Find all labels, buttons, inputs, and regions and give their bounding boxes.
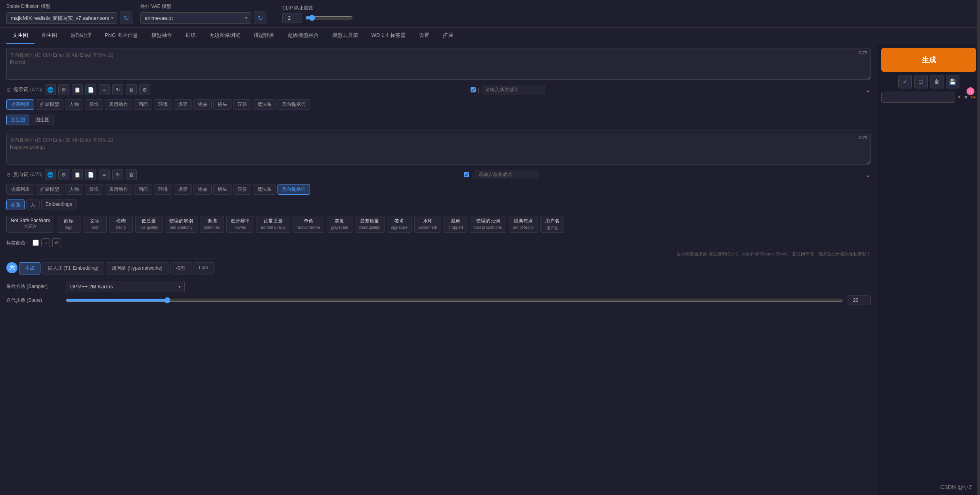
steps-input[interactable] — [847, 295, 871, 305]
neg-cat-picture[interactable]: 画面 — [134, 184, 152, 195]
neg-cat-person[interactable]: 人物 — [65, 184, 83, 195]
neg-cat-items[interactable]: 物品 — [193, 184, 212, 195]
cat-scene[interactable]: 场景 — [174, 99, 192, 110]
bottom-tab-model[interactable]: 模型 — [170, 262, 191, 274]
neg-cat-magic[interactable]: 魔法系 — [253, 184, 276, 195]
clear-prompt-btn[interactable]: 🗑 — [126, 84, 137, 95]
sub-img2img[interactable]: 图生图 — [31, 115, 54, 125]
neg-cat-hanfu[interactable]: 汉服 — [233, 184, 251, 195]
neg-paste-btn[interactable]: 📄 — [85, 169, 96, 180]
cat-favorites[interactable]: 收藏列表 — [6, 99, 34, 110]
bottom-tab-embedding[interactable]: 嵌入式 (T.I. Embedding) — [42, 262, 104, 274]
neg-cat-favorites[interactable]: 收藏列表 — [6, 184, 34, 195]
vae-select[interactable]: animevae.pt — [140, 12, 251, 24]
steps-slider[interactable] — [66, 297, 843, 303]
neg-gear-btn[interactable]: ⚙ — [58, 169, 69, 180]
bottom-tab-lora[interactable]: Lora — [193, 262, 214, 274]
square-btn[interactable]: □ — [914, 75, 928, 88]
tag-logo[interactable]: 商标 logo — [57, 216, 80, 233]
cat-magic[interactable]: 魔法系 — [253, 99, 276, 110]
expand-positive-btn[interactable]: ⌄ — [865, 86, 871, 94]
keyword-checkbox[interactable] — [471, 87, 476, 92]
cat-ext-model[interactable]: 扩展模型 — [36, 99, 63, 110]
model-refresh-button[interactable]: ↻ — [120, 12, 132, 24]
keyword-input[interactable] — [482, 85, 545, 94]
clip-value-input[interactable] — [282, 13, 302, 23]
sub-txt2img[interactable]: 文生图 — [6, 115, 29, 125]
tab-super-merge[interactable]: 超级模型融合 — [281, 28, 325, 44]
color-circle-btn[interactable]: ○ — [41, 238, 50, 247]
color-tag-btn[interactable]: 🏷 — [52, 238, 61, 247]
clip-slider[interactable] — [305, 15, 353, 21]
trash-right-btn[interactable]: 🗑 — [930, 75, 944, 88]
tag-lowres[interactable]: 低分辨率 lowres — [226, 216, 254, 233]
tag-normal-quality[interactable]: 正常质量 normal quality — [256, 216, 290, 233]
bottom-tab-hypernetworks[interactable]: 超网络 (Hypernetworks) — [106, 262, 168, 274]
sampler-select[interactable]: DPM++ 2M Karras — [66, 281, 185, 292]
neg-sub-person[interactable]: 人 — [26, 200, 40, 210]
tag-sketches[interactable]: 素描 sketches — [200, 216, 224, 233]
tab-train[interactable]: 训练 — [179, 28, 202, 44]
tab-txt2img[interactable]: 文生图 — [6, 28, 34, 44]
neg-copy-btn[interactable]: 📋 — [72, 169, 83, 180]
positive-prompt-textarea[interactable] — [6, 48, 871, 80]
tab-png-info[interactable]: PNG 图片信息 — [98, 28, 144, 44]
neg-clear-btn[interactable]: 🗑 — [126, 169, 137, 180]
paste-btn[interactable]: 📄 — [85, 84, 96, 95]
tab-settings[interactable]: 设置 — [413, 28, 436, 44]
tab-wd-tagger[interactable]: WD 1.4 标签器 — [365, 28, 412, 44]
right-clear-btn[interactable]: × — [957, 94, 961, 101]
cat-negative-prompt[interactable]: 反向提示词 — [278, 99, 310, 110]
neg-refresh-btn[interactable]: ↻ — [112, 169, 123, 180]
tag-bad-anatomy[interactable]: 错误的解剖 bad anatomy — [165, 216, 197, 233]
gear-btn[interactable]: ⚙ — [58, 84, 69, 95]
tab-post-processing[interactable]: 后期处理 — [64, 28, 98, 44]
tag-worstquality[interactable]: 最差质量 worstquality — [355, 216, 385, 233]
settings-prompt-btn[interactable]: ⚙ — [139, 84, 150, 95]
neg-sub-picture[interactable]: 画面 — [6, 200, 25, 210]
refresh-prompt-btn[interactable]: ↻ — [112, 84, 123, 95]
save-btn[interactable]: 💾 — [946, 75, 959, 88]
tab-model-convert[interactable]: 模型转换 — [247, 28, 281, 44]
cat-clothing[interactable]: 服饰 — [85, 99, 103, 110]
tab-image-browse[interactable]: 无边图像浏览 — [203, 28, 247, 44]
model-select[interactable]: majicMIX realistic 麦橘写实_v7.safetensors — [6, 12, 117, 24]
bottom-tab-generate[interactable]: 生成 — [19, 262, 40, 274]
tab-img2img[interactable]: 图生图 — [35, 28, 63, 44]
cat-items[interactable]: 物品 — [193, 99, 212, 110]
tag-blurry[interactable]: 模糊 blurry — [109, 216, 133, 233]
cat-picture[interactable]: 画面 — [134, 99, 152, 110]
tag-lowquality[interactable]: 低质量 low quality — [135, 216, 163, 233]
expand-negative-btn[interactable]: ⌄ — [865, 171, 871, 178]
tag-grayscale[interactable]: 灰度 grayscale — [327, 216, 352, 233]
neg-cat-emotion[interactable]: 表情动作 — [105, 184, 132, 195]
list-btn[interactable]: ≡ — [99, 84, 110, 95]
cat-person[interactable]: 人物 — [65, 99, 83, 110]
globe-btn[interactable]: 🌐 — [45, 84, 56, 95]
tag-text[interactable]: 文字 text — [83, 216, 107, 233]
cat-hanfu[interactable]: 汉服 — [233, 99, 251, 110]
tab-extensions[interactable]: 扩展 — [436, 28, 459, 44]
neg-keyword-checkbox[interactable] — [464, 172, 469, 177]
neg-sub-embeddings[interactable]: Embeddings — [41, 200, 77, 210]
cat-lens[interactable]: 镜头 — [213, 99, 232, 110]
vae-refresh-button[interactable]: ↻ — [254, 12, 266, 24]
tag-signature[interactable]: 签名 signature — [387, 216, 412, 233]
neg-cat-env[interactable]: 环境 — [154, 184, 172, 195]
copy-btn[interactable]: 📋 — [72, 84, 83, 95]
neg-cat-scene[interactable]: 场景 — [174, 184, 192, 195]
generate-button[interactable]: 生成 — [881, 48, 976, 72]
right-search-input[interactable] — [881, 92, 955, 103]
tab-model-tools[interactable]: 模型工具箱 — [326, 28, 364, 44]
cat-emotion[interactable]: 表情动作 — [105, 99, 132, 110]
neg-keyword-input[interactable] — [475, 170, 538, 179]
neg-cat-negative[interactable]: 反向提示词 — [278, 184, 310, 195]
neg-globe-btn[interactable]: 🌐 — [45, 169, 56, 180]
neg-cat-clothing[interactable]: 服饰 — [85, 184, 103, 195]
neg-list-btn[interactable]: ≡ — [99, 169, 110, 180]
tag-out-of-focus[interactable]: 脱离焦点 out of focus — [509, 216, 538, 233]
tag-cropped[interactable]: 裁剪 cropped — [444, 216, 467, 233]
tag-monochrome[interactable]: 单色 monochrome — [293, 216, 324, 233]
color-swatch-white[interactable] — [33, 240, 39, 246]
tag-watermark[interactable]: 水印 watermark — [414, 216, 442, 233]
